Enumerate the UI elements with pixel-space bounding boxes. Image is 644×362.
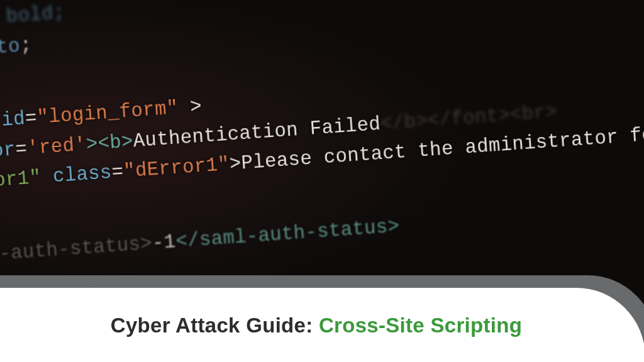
- title-accent: Cross-Site Scripting: [319, 314, 522, 337]
- code-token: auto: [0, 35, 21, 60]
- code-token: =: [25, 107, 38, 129]
- title-prefix: Cyber Attack Guide:: [111, 314, 319, 337]
- code-token: "dError1": [123, 153, 230, 182]
- title-banner-wrap: Cyber Attack Guide: Cross-Site Scripting: [0, 261, 644, 362]
- code-token: class: [40, 162, 113, 188]
- title-banner: Cyber Attack Guide: Cross-Site Scripting: [0, 288, 644, 362]
- page-title: Cyber Attack Guide: Cross-Site Scripting: [111, 314, 522, 337]
- code-token: "login_form": [36, 97, 179, 129]
- code-token: -1: [152, 231, 177, 254]
- code-token: id: [0, 108, 26, 133]
- code-token: bold;: [0, 2, 66, 28]
- code-token: >: [229, 153, 242, 175]
- code-token: ><b>: [86, 130, 134, 155]
- code-token: >: [177, 96, 203, 119]
- code-token: color: [0, 138, 16, 164]
- code-block: ght: bold; : auto; in" id="login_form" >…: [0, 0, 644, 272]
- code-token: ;: [19, 34, 33, 57]
- code-token: 'red': [26, 133, 87, 159]
- code-token: =: [111, 161, 125, 184]
- code-token: Error1": [0, 167, 42, 194]
